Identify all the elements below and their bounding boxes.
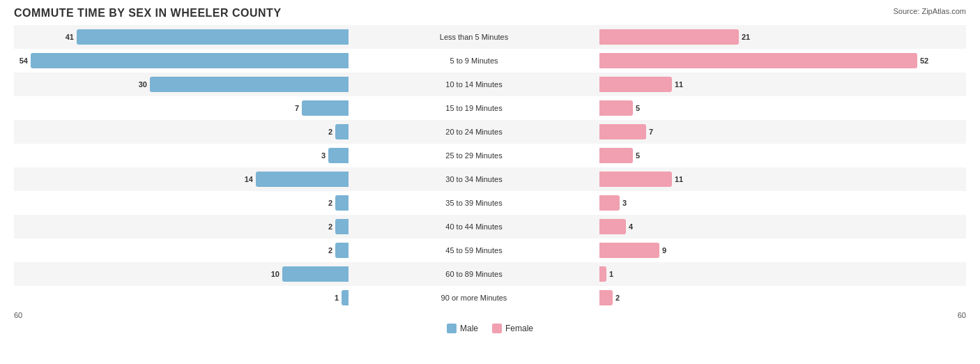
row-label: 25 to 29 Minutes bbox=[411, 151, 537, 160]
bar-row: 3010 to 14 Minutes11 bbox=[14, 73, 966, 96]
female-bar bbox=[599, 243, 659, 258]
bar-row: 1060 to 89 Minutes1 bbox=[14, 262, 966, 286]
female-bar bbox=[599, 219, 626, 234]
male-bar bbox=[328, 148, 349, 163]
male-label: Male bbox=[460, 324, 478, 333]
female-value: 7 bbox=[649, 128, 663, 136]
male-value: 2 bbox=[319, 199, 332, 207]
male-value: 7 bbox=[285, 104, 299, 112]
legend-male: Male bbox=[447, 324, 478, 333]
male-value: 41 bbox=[60, 33, 74, 41]
row-label: 90 or more Minutes bbox=[411, 294, 537, 302]
female-value: 2 bbox=[615, 294, 629, 302]
male-bar bbox=[342, 290, 349, 305]
male-bar bbox=[77, 29, 349, 45]
bar-row: 240 to 44 Minutes4 bbox=[14, 215, 966, 238]
bar-row: 715 to 19 Minutes5 bbox=[14, 96, 966, 120]
male-value: 30 bbox=[133, 80, 147, 89]
male-value: 54 bbox=[14, 56, 28, 65]
row-label: 15 to 19 Minutes bbox=[411, 104, 537, 112]
female-bar bbox=[599, 100, 633, 116]
female-bar bbox=[599, 290, 613, 305]
female-value: 1 bbox=[609, 270, 623, 278]
male-bar bbox=[335, 195, 349, 211]
female-value: 4 bbox=[629, 222, 643, 231]
row-label: 30 to 34 Minutes bbox=[411, 175, 537, 183]
female-bar bbox=[599, 53, 917, 68]
row-label: 5 to 9 Minutes bbox=[411, 56, 537, 65]
female-value: 21 bbox=[742, 33, 756, 41]
female-color-box bbox=[492, 324, 502, 333]
male-value: 1 bbox=[325, 294, 339, 302]
female-value: 11 bbox=[675, 175, 689, 183]
female-value: 11 bbox=[675, 80, 689, 89]
female-value: 52 bbox=[920, 56, 934, 65]
male-bar bbox=[335, 219, 349, 234]
legend-female: Female bbox=[492, 324, 533, 333]
axis-left: 60 bbox=[14, 311, 22, 319]
bar-row: 545 to 9 Minutes52 bbox=[14, 49, 966, 73]
bar-row: 1430 to 34 Minutes11 bbox=[14, 167, 966, 191]
female-bar bbox=[599, 124, 646, 139]
male-bar bbox=[335, 243, 349, 258]
female-value: 5 bbox=[636, 104, 650, 112]
male-value: 2 bbox=[319, 222, 332, 231]
male-bar bbox=[31, 53, 349, 68]
row-label: 40 to 44 Minutes bbox=[411, 222, 537, 231]
female-bar bbox=[599, 172, 672, 187]
male-value: 14 bbox=[239, 175, 253, 183]
axis-right: 60 bbox=[958, 311, 966, 319]
bar-row: 325 to 29 Minutes5 bbox=[14, 144, 966, 167]
female-value: 3 bbox=[622, 199, 636, 207]
female-bar bbox=[599, 29, 739, 45]
row-label: Less than 5 Minutes bbox=[411, 33, 537, 41]
female-value: 5 bbox=[636, 151, 650, 160]
male-bar bbox=[335, 124, 349, 139]
female-bar bbox=[599, 148, 633, 163]
axis-labels: 60 60 bbox=[14, 311, 966, 319]
bar-row: 190 or more Minutes2 bbox=[14, 286, 966, 310]
bars-container: 41Less than 5 Minutes21545 to 9 Minutes5… bbox=[14, 25, 966, 310]
female-bar bbox=[599, 195, 620, 211]
bar-row: 220 to 24 Minutes7 bbox=[14, 120, 966, 144]
male-value: 10 bbox=[266, 270, 280, 278]
female-bar bbox=[599, 77, 672, 92]
male-value: 3 bbox=[312, 151, 326, 160]
female-bar bbox=[599, 266, 606, 282]
bar-row: 235 to 39 Minutes3 bbox=[14, 191, 966, 215]
female-value: 9 bbox=[662, 246, 676, 255]
bar-row: 245 to 59 Minutes9 bbox=[14, 238, 966, 262]
row-label: 45 to 59 Minutes bbox=[411, 246, 537, 255]
chart-container: COMMUTE TIME BY SEX IN WHEELER COUNTY So… bbox=[0, 0, 980, 364]
male-value: 2 bbox=[319, 246, 332, 255]
male-value: 2 bbox=[319, 128, 332, 136]
male-bar bbox=[256, 172, 349, 187]
row-label: 60 to 89 Minutes bbox=[411, 270, 537, 278]
row-label: 10 to 14 Minutes bbox=[411, 80, 537, 89]
chart-title: COMMUTE TIME BY SEX IN WHEELER COUNTY bbox=[14, 7, 966, 20]
female-label: Female bbox=[505, 324, 533, 333]
male-bar bbox=[302, 100, 349, 116]
male-bar bbox=[282, 266, 349, 282]
row-label: 35 to 39 Minutes bbox=[411, 199, 537, 207]
source-label: Source: ZipAtlas.com bbox=[893, 7, 966, 15]
male-bar bbox=[150, 77, 349, 92]
bar-row: 41Less than 5 Minutes21 bbox=[14, 25, 966, 49]
male-color-box bbox=[447, 324, 457, 333]
legend: Male Female bbox=[14, 324, 966, 333]
row-label: 20 to 24 Minutes bbox=[411, 128, 537, 136]
